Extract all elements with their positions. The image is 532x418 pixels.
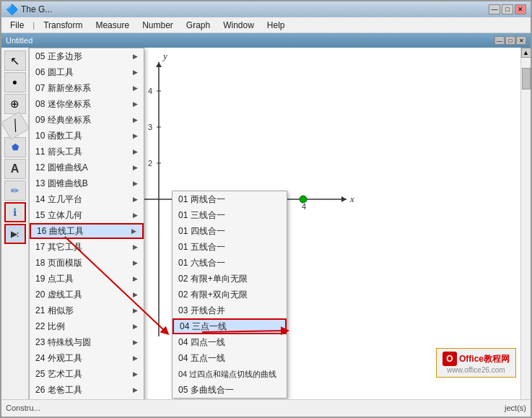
tool-info[interactable]: ℹ (4, 202, 26, 222)
menu-help[interactable]: Help (261, 19, 291, 32)
tool-animation[interactable]: ▶: (4, 224, 26, 244)
menu-l1-item-15[interactable]: 15 立体几何▶ (30, 207, 144, 223)
tool-text[interactable]: A (4, 159, 26, 179)
menu-l1-item-05[interactable]: 05 正多边形▶ (30, 48, 144, 64)
menu-l1[interactable]: 05 正多边形▶ 06 圆工具▶ 07 新新坐标系▶ 08 迷你坐标系▶ 09 … (29, 48, 144, 399)
menu-number[interactable]: Number (136, 19, 179, 32)
svg-point-20 (300, 196, 307, 203)
menu-l1-item-06[interactable]: 06 圆工具▶ (30, 64, 144, 80)
menu-measure[interactable]: Measure (90, 19, 135, 32)
menu-l1-item-16[interactable]: 16 曲线工具▶ (30, 223, 144, 239)
minimize-button[interactable]: — (489, 4, 500, 14)
menu-l1-item-21[interactable]: 21 相似形▶ (30, 302, 144, 318)
menu-window[interactable]: Window (217, 19, 260, 32)
menu-l1-item-11[interactable]: 11 箭头工具▶ (30, 144, 144, 160)
app-icon: 🔷 (6, 4, 18, 15)
main-area: ↖ • ⊕ ╱ ⬟ A ✏ ℹ ▶: x (1, 48, 531, 399)
menu-l2-item-05[interactable]: 05 多曲线合一 (173, 382, 287, 398)
tool-line[interactable]: ╱ (1, 111, 30, 139)
svg-text:x: x (349, 193, 354, 204)
status-right: ject(s) (505, 404, 526, 412)
menu-l1-item-17[interactable]: 17 其它工具▶ (30, 239, 144, 255)
menu-l2-item-04c[interactable]: 04 五点一线 (173, 350, 287, 366)
svg-text:4: 4 (302, 202, 306, 211)
scrollbar-thumb[interactable] (522, 68, 531, 90)
menu-l1-item-07[interactable]: 07 新新坐标系▶ (30, 80, 144, 96)
title-bar-left: 🔷 The G... (6, 4, 52, 15)
menu-l1-item-25[interactable]: 25 艺术工具▶ (30, 366, 144, 382)
menu-l1-item-10[interactable]: 10 函数工具▶ (30, 128, 144, 144)
close-button[interactable]: ✕ (515, 4, 526, 14)
menu-l1-item-09[interactable]: 09 经典坐标系▶ (30, 112, 144, 128)
menu-l1-item-26[interactable]: 26 老爸工具▶ (30, 382, 144, 398)
menu-l2-item-02b[interactable]: 02 有限+双向无限 (173, 287, 287, 302)
menu-l2-item-01b[interactable]: 01 三线合一 (173, 207, 287, 223)
tool-point[interactable]: • (4, 72, 26, 92)
inner-maximize-button[interactable]: □ (505, 36, 515, 45)
menu-l2-item-01d[interactable]: 01 五线合一 (173, 239, 287, 255)
status-bar: Constru... ject(s) (1, 399, 531, 415)
menu-l1-item-18[interactable]: 18 页面模版▶ (30, 255, 144, 271)
canvas-area: x y 1 2 3 4 2 3 4 (29, 48, 531, 399)
office-logo-badge: O Office教程网 www.office26.com (436, 348, 516, 378)
menu-l1-item-20[interactable]: 20 虚线工具▶ (30, 287, 144, 302)
svg-marker-2 (341, 196, 346, 202)
tool-select[interactable]: ↖ (4, 51, 26, 71)
office-logo-url: www.office26.com (447, 366, 505, 374)
menu-l1-item-24[interactable]: 24 外观工具▶ (30, 350, 144, 366)
svg-text:2: 2 (148, 159, 152, 167)
menu-file[interactable]: File (4, 19, 30, 32)
menu-l2[interactable]: 01 两线合一 01 三线合一 01 四线合一 01 五线合一 01 六线合一 … (172, 191, 287, 399)
tool-polygon[interactable]: ⬟ (4, 137, 26, 157)
menu-l1-item-08[interactable]: 08 迷你坐标系▶ (30, 96, 144, 112)
inner-close-button[interactable]: ✕ (516, 36, 526, 45)
menu-l1-item-19[interactable]: 19 点工具▶ (30, 271, 144, 287)
menu-l2-item-01c[interactable]: 01 四线合一 (173, 223, 287, 239)
maximize-button[interactable]: □ (502, 4, 513, 14)
svg-text:4: 4 (148, 87, 152, 95)
menu-l2-item-04a[interactable]: 04 三点一线 (173, 318, 287, 334)
inner-title-controls: — □ ✕ (494, 36, 526, 45)
inner-title-bar: Untitled — □ ✕ (1, 33, 531, 48)
menu-l1-item-27[interactable]: 27 排列组合▶ (30, 398, 144, 399)
menu-l1-item-14[interactable]: 14 立几平台▶ (30, 191, 144, 207)
menu-graph[interactable]: Graph (180, 19, 216, 32)
menu-l2-item-02a[interactable]: 02 有限+单向无限 (173, 271, 287, 287)
window-title: The G... (21, 4, 52, 14)
inner-minimize-button[interactable]: — (494, 36, 505, 45)
tool-marker[interactable]: ✏ (4, 180, 26, 201)
menu-bar: File | Transform Measure Number Graph Wi… (1, 17, 531, 33)
office-logo-text: Office教程网 (459, 353, 510, 365)
menu-l2-item-01e[interactable]: 01 六线合一 (173, 255, 287, 271)
menu-l1-item-23[interactable]: 23 特殊线与圆▶ (30, 334, 144, 350)
menu-l2-item-01a[interactable]: 01 两线合一 (173, 191, 287, 207)
title-bar-controls: — □ ✕ (489, 4, 526, 14)
scroll-up-button[interactable]: ▲ (521, 48, 531, 58)
menu-l1-item-22[interactable]: 22 比例▶ (30, 318, 144, 334)
office-logo-icon: O Office教程网 (442, 352, 510, 366)
menu-l2-item-03[interactable]: 03 开线合并 (173, 302, 287, 318)
menu-transform[interactable]: Transform (38, 19, 88, 32)
menu-l2-item-04b[interactable]: 04 四点一线 (173, 334, 287, 350)
svg-marker-3 (156, 62, 162, 67)
svg-text:y: y (162, 51, 167, 61)
menu-l1-item-13[interactable]: 13 圆锥曲线B▶ (30, 175, 144, 191)
status-left: Constru... (6, 404, 40, 412)
menu-l1-item-12[interactable]: 12 圆锥曲线A▶ (30, 160, 144, 175)
svg-text:3: 3 (148, 123, 152, 131)
office-icon: O (442, 352, 457, 366)
left-toolbar: ↖ • ⊕ ╱ ⬟ A ✏ ℹ ▶: (1, 48, 29, 399)
outer-window: 🔷 The G... — □ ✕ File | Transform Measur… (0, 0, 532, 418)
scrollbar-right[interactable]: ▲ (520, 48, 531, 399)
menu-l2-item-04d[interactable]: 04 过四点和端点切线的曲线 (173, 366, 287, 382)
tool-circle[interactable]: ⊕ (4, 94, 26, 114)
title-bar: 🔷 The G... — □ ✕ (1, 1, 531, 17)
inner-window-title: Untitled (6, 36, 32, 45)
